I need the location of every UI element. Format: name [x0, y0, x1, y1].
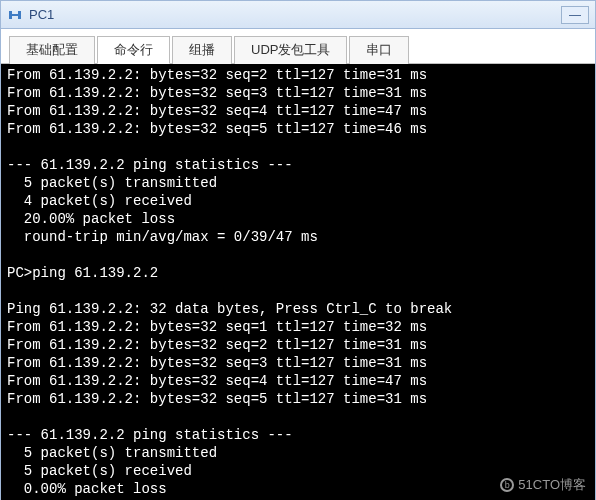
minimize-button[interactable]: —: [561, 6, 589, 24]
watermark-text: 51CTO博客: [518, 476, 586, 494]
tab-command-line[interactable]: 命令行: [97, 36, 170, 64]
terminal[interactable]: From 61.139.2.2: bytes=32 seq=2 ttl=127 …: [1, 64, 595, 500]
tab-multicast[interactable]: 组播: [172, 36, 232, 64]
watermark-icon: b: [500, 478, 514, 492]
tab-label: 组播: [189, 42, 215, 57]
tab-bar: 基础配置 命令行 组播 UDP发包工具 串口: [1, 29, 595, 64]
app-window: PC1 — 基础配置 命令行 组播 UDP发包工具 串口 From 61.139…: [0, 0, 596, 500]
tab-label: 串口: [366, 42, 392, 57]
app-icon: [7, 7, 23, 23]
minimize-icon: —: [569, 8, 581, 22]
titlebar[interactable]: PC1 —: [1, 1, 595, 29]
title-left: PC1: [7, 7, 54, 23]
tab-serial[interactable]: 串口: [349, 36, 409, 64]
tab-udp-tool[interactable]: UDP发包工具: [234, 36, 347, 64]
window-title: PC1: [29, 7, 54, 22]
tab-label: 基础配置: [26, 42, 78, 57]
tab-label: UDP发包工具: [251, 42, 330, 57]
terminal-output: From 61.139.2.2: bytes=32 seq=2 ttl=127 …: [7, 67, 452, 500]
watermark: b 51CTO博客: [500, 476, 586, 494]
tab-label: 命令行: [114, 42, 153, 57]
tab-basic-config[interactable]: 基础配置: [9, 36, 95, 64]
